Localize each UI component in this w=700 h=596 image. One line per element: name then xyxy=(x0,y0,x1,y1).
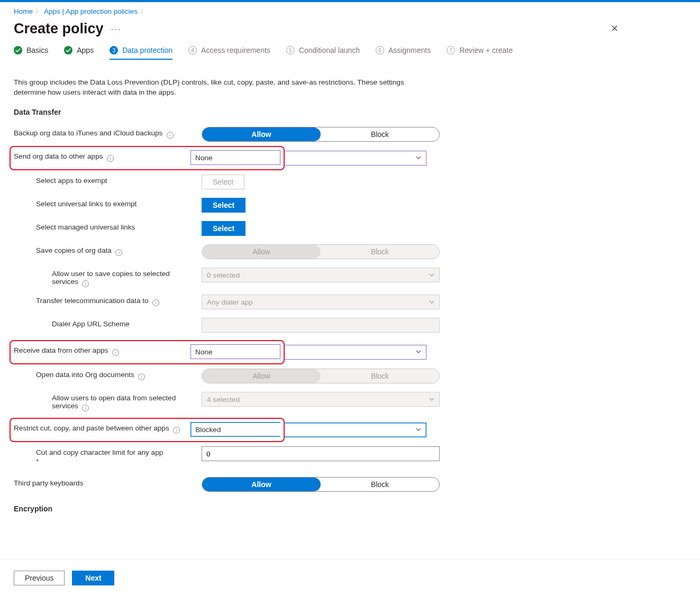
dropdown-restrict[interactable] xyxy=(285,423,426,437)
toggle-save-copies: Allow Block xyxy=(202,244,440,259)
toggle-allow[interactable]: Allow xyxy=(202,127,321,141)
label-restrict-cut-copy-paste: Restrict cut, copy, and paste between ot… xyxy=(14,424,180,433)
check-circle-icon xyxy=(64,46,72,54)
row-char-limit: Cut and copy character limit for any app… xyxy=(14,442,686,470)
row-save-copies: Save copies of org data Allow Block xyxy=(14,240,686,263)
highlight-restrict-cut-copy-paste: Restrict cut, copy, and paste between ot… xyxy=(10,418,285,442)
row-backup: Backup org data to iTunes and iCloud bac… xyxy=(14,123,686,146)
step-number-icon: 3 xyxy=(110,46,118,54)
footer-bar: Previous Next xyxy=(0,559,700,596)
svg-point-1 xyxy=(64,46,72,54)
toggle-allow: Allow xyxy=(202,369,321,383)
toggle-open-into-org: Allow Block xyxy=(202,369,440,383)
toggle-allow: Allow xyxy=(202,245,321,259)
info-icon[interactable] xyxy=(82,280,89,287)
label-dialer-url-scheme: Dialer App URL Scheme xyxy=(52,320,130,328)
toggle-block[interactable]: Block xyxy=(321,127,439,141)
info-icon[interactable] xyxy=(107,155,114,162)
label-send-org-data: Send org data to other apps xyxy=(14,152,114,161)
step-basics[interactable]: Basics xyxy=(14,46,48,60)
step-label: Access requirements xyxy=(201,46,270,54)
label-select-managed-links: Select managed universal links xyxy=(36,223,135,231)
step-review-create[interactable]: 7 Review + create xyxy=(447,46,513,60)
row-select-apps-exempt: Select apps to exempt Select xyxy=(14,170,686,194)
toggle-block: Block xyxy=(321,369,439,383)
dropdown-send-org-data-left[interactable]: None xyxy=(190,150,280,165)
input-dialer-url-scheme xyxy=(202,318,440,333)
row-dialer-url-scheme: Dialer App URL Scheme xyxy=(14,314,686,337)
dropdown-receive-data[interactable] xyxy=(285,345,426,360)
more-button[interactable]: ··· xyxy=(111,25,121,34)
label-char-limit: Cut and copy character limit for any app… xyxy=(36,448,163,465)
chevron-down-icon xyxy=(415,426,422,434)
required-indicator: * xyxy=(36,457,163,465)
step-label: Data protection xyxy=(122,46,172,54)
toggle-block[interactable]: Block xyxy=(321,478,439,491)
label-save-copies: Save copies of org data xyxy=(36,246,122,255)
label-open-into-org: Open data into Org documents xyxy=(36,371,145,379)
label-receive-data: Receive data from other apps xyxy=(14,346,119,355)
row-select-universal-links: Select universal links to exempt Select xyxy=(14,194,686,217)
breadcrumb-home[interactable]: Home xyxy=(14,7,33,15)
label-allow-open-services: Allow users to open data from selected s… xyxy=(52,394,196,410)
step-label: Basics xyxy=(26,46,48,54)
info-icon[interactable] xyxy=(138,373,145,380)
label-third-party-keyboards: Third party keyboards xyxy=(14,479,83,487)
step-number-icon: 5 xyxy=(286,46,295,54)
row-open-into-org: Open data into Org documents Allow Block xyxy=(14,364,686,388)
button-select-universal-links[interactable]: Select xyxy=(202,198,246,213)
dropdown-receive-data-left[interactable]: None xyxy=(190,344,280,359)
row-telecom: Transfer telecommunication data to Any d… xyxy=(14,290,686,314)
input-char-limit[interactable] xyxy=(202,446,440,461)
dropdown-restrict-left[interactable]: Blocked xyxy=(190,422,280,437)
step-data-protection[interactable]: 3 Data protection xyxy=(110,46,172,60)
step-access-requirements[interactable]: 4 Access requirements xyxy=(188,46,270,60)
page-title: Create policy xyxy=(14,21,104,37)
label-backup: Backup org data to iTunes and iCloud bac… xyxy=(14,129,174,137)
section-description: This group includes the Data Loss Preven… xyxy=(14,70,405,105)
toggle-allow[interactable]: Allow xyxy=(202,478,321,491)
wizard-steps: Basics Apps 3 Data protection 4 Access r… xyxy=(14,42,690,60)
svg-point-0 xyxy=(14,46,22,54)
info-icon[interactable] xyxy=(115,249,122,256)
step-conditional-launch[interactable]: 5 Conditional launch xyxy=(286,46,360,60)
info-icon[interactable] xyxy=(173,427,180,434)
step-label: Assignments xyxy=(388,46,431,54)
highlight-receive-data: Receive data from other apps None xyxy=(10,340,285,364)
breadcrumb: Home 〉 Apps | App protection policies 〉 xyxy=(14,4,690,17)
breadcrumb-apps[interactable]: Apps | App protection policies xyxy=(44,7,138,15)
info-icon[interactable] xyxy=(167,132,174,139)
title-row: Create policy ··· ✕ xyxy=(14,17,690,42)
label-telecom: Transfer telecommunication data to xyxy=(36,297,159,305)
info-icon[interactable] xyxy=(82,405,89,411)
label-select-universal-links: Select universal links to exempt xyxy=(36,200,137,208)
step-apps[interactable]: Apps xyxy=(64,46,94,60)
close-icon[interactable]: ✕ xyxy=(607,20,622,38)
highlight-send-org-data: Send org data to other apps None xyxy=(10,146,285,170)
chevron-down-icon xyxy=(429,299,435,307)
check-circle-icon xyxy=(14,46,22,54)
dropdown-send-org-data[interactable] xyxy=(285,151,426,166)
chevron-down-icon xyxy=(429,396,435,404)
next-button[interactable]: Next xyxy=(72,571,114,585)
toggle-backup[interactable]: Allow Block xyxy=(202,127,440,142)
button-select-apps-exempt: Select xyxy=(202,175,244,189)
step-label: Apps xyxy=(77,46,94,54)
info-icon[interactable] xyxy=(112,349,119,356)
label-allow-save-services: Allow user to save copies to selected se… xyxy=(52,270,196,286)
button-select-managed-links[interactable]: Select xyxy=(202,221,246,236)
form-scroll-area[interactable]: This group includes the Data Loss Preven… xyxy=(0,70,700,559)
info-icon[interactable] xyxy=(152,299,159,306)
section-header-encryption: Encryption xyxy=(14,501,686,519)
step-label: Conditional launch xyxy=(299,46,360,54)
step-label: Review + create xyxy=(459,46,513,54)
step-assignments[interactable]: 6 Assignments xyxy=(376,46,431,60)
previous-button[interactable]: Previous xyxy=(14,571,65,585)
row-third-party-keyboards: Third party keyboards Allow Block xyxy=(14,473,686,496)
chevron-right-icon: 〉 xyxy=(35,7,41,15)
toggle-third-party-keyboards[interactable]: Allow Block xyxy=(202,477,440,492)
dropdown-telecom: Any dialer app xyxy=(202,295,440,309)
section-header-data-transfer: Data Transfer xyxy=(14,105,686,123)
step-number-icon: 7 xyxy=(447,46,455,54)
label-select-apps-exempt: Select apps to exempt xyxy=(36,177,107,185)
